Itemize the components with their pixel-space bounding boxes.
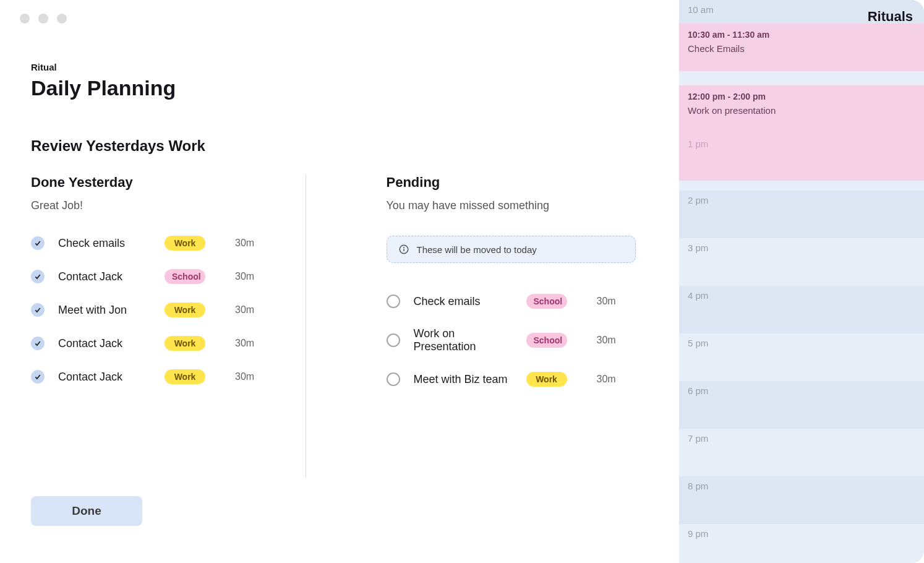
task-duration: 30m: [235, 238, 254, 249]
pending-title: Pending: [387, 174, 636, 191]
task-checked-icon[interactable]: [31, 337, 45, 350]
task-duration: 30m: [235, 304, 254, 316]
hour-label-covered: 1 pm: [688, 139, 708, 149]
page-title: Daily Planning: [31, 76, 648, 100]
pending-banner-text: These will be moved to today: [417, 244, 537, 255]
task-label: Work on Presentation: [414, 327, 513, 353]
done-task-list: Check emails Work 30m Contact Jack Schoo…: [31, 236, 281, 384]
pending-banner: These will be moved to today: [387, 236, 636, 263]
task-label: Meet with Jon: [58, 304, 151, 317]
hour-label: 6 pm: [688, 385, 708, 396]
event-time-range: 10:30 am - 11:30 am: [688, 30, 915, 40]
review-columns: Done Yesterday Great Job! Check emails W…: [31, 174, 648, 538]
done-task-row: Check emails Work 30m: [31, 236, 281, 251]
task-tag: Work: [165, 369, 205, 384]
task-duration: 30m: [597, 335, 616, 346]
task-tag: School: [526, 294, 567, 309]
ritual-subtitle: Ritual: [31, 62, 648, 72]
event-title: Check Emails: [688, 43, 915, 54]
done-task-row: Contact Jack School 30m: [31, 269, 281, 284]
task-checked-icon[interactable]: [31, 303, 45, 317]
calendar-sidebar: Rituals 10 am11 am12 pm1 pm2 pm3 pm4 pm5…: [679, 0, 924, 563]
task-tag: School: [165, 269, 205, 284]
pending-subtitle: You may have missed something: [387, 199, 636, 212]
done-task-row: Contact Jack Work 30m: [31, 336, 281, 351]
hours-container: 10 am11 am12 pm1 pm2 pm3 pm4 pm5 pm6 pm7…: [679, 0, 924, 563]
task-tag: Work: [165, 336, 205, 351]
pending-task-row: Meet with Biz team Work 30m: [387, 372, 636, 387]
done-task-row: Meet with Jon Work 30m: [31, 303, 281, 317]
main-panel: Ritual Daily Planning Review Yesterdays …: [0, 0, 679, 563]
done-task-row: Contact Jack Work 30m: [31, 369, 281, 384]
app-window: Ritual Daily Planning Review Yesterdays …: [0, 0, 924, 563]
task-label: Contact Jack: [58, 337, 151, 350]
hour-block[interactable]: 4 pm: [679, 286, 924, 333]
pending-task-list: Check emails School 30m Work on Presenta…: [387, 294, 636, 387]
done-title: Done Yesterday: [31, 174, 281, 191]
pending-column: Pending You may have missed something Th…: [306, 174, 649, 538]
hour-block[interactable]: 8 pm: [679, 476, 924, 524]
hour-label: 5 pm: [688, 338, 708, 348]
sidebar-title: Rituals: [868, 9, 913, 25]
hour-block[interactable]: 2 pm: [679, 191, 924, 238]
task-tag: Work: [165, 236, 205, 251]
task-duration: 30m: [235, 371, 254, 382]
task-checked-icon[interactable]: [31, 370, 45, 384]
task-unchecked-icon[interactable]: [387, 294, 400, 308]
hour-block[interactable]: 7 pm: [679, 429, 924, 476]
review-section-title: Review Yesterdays Work: [31, 137, 648, 155]
hour-label: 10 am: [688, 4, 714, 15]
hour-label: 3 pm: [688, 243, 708, 253]
task-duration: 30m: [597, 374, 616, 385]
hour-label: 8 pm: [688, 481, 708, 491]
calendar-event[interactable]: 12:00 pm - 2:00 pm Work on presentation: [679, 85, 924, 181]
task-checked-icon[interactable]: [31, 270, 45, 283]
task-label: Contact Jack: [58, 371, 151, 384]
task-tag: School: [526, 333, 567, 348]
done-column: Done Yesterday Great Job! Check emails W…: [31, 174, 306, 538]
task-unchecked-icon[interactable]: [387, 372, 400, 386]
task-tag: Work: [165, 303, 205, 317]
task-duration: 30m: [235, 338, 254, 349]
done-subtitle: Great Job!: [31, 199, 281, 212]
task-label: Meet with Biz team: [414, 373, 513, 386]
info-icon: [398, 244, 409, 255]
hour-block[interactable]: 3 pm: [679, 238, 924, 286]
svg-point-2: [403, 247, 404, 248]
task-label: Check emails: [58, 237, 151, 250]
task-checked-icon[interactable]: [31, 236, 45, 250]
event-title: Work on presentation: [688, 105, 915, 116]
task-duration: 30m: [235, 271, 254, 282]
hour-label: 4 pm: [688, 290, 708, 301]
task-label: Check emails: [414, 295, 513, 308]
hour-label: 7 pm: [688, 433, 708, 444]
pending-task-row: Check emails School 30m: [387, 294, 636, 309]
hour-block[interactable]: 6 pm: [679, 381, 924, 429]
task-label: Contact Jack: [58, 270, 151, 283]
calendar-event[interactable]: 10:30 am - 11:30 am Check Emails: [679, 24, 924, 71]
hour-label: 9 pm: [688, 528, 708, 539]
task-duration: 30m: [597, 296, 616, 307]
pending-task-row: Work on Presentation School 30m: [387, 327, 636, 353]
hour-block[interactable]: 5 pm: [679, 333, 924, 381]
task-tag: Work: [526, 372, 567, 387]
done-button[interactable]: Done: [31, 496, 142, 526]
hour-label: 2 pm: [688, 195, 708, 205]
task-unchecked-icon[interactable]: [387, 333, 400, 347]
event-time-range: 12:00 pm - 2:00 pm: [688, 92, 915, 101]
hour-block[interactable]: 9 pm: [679, 524, 924, 563]
